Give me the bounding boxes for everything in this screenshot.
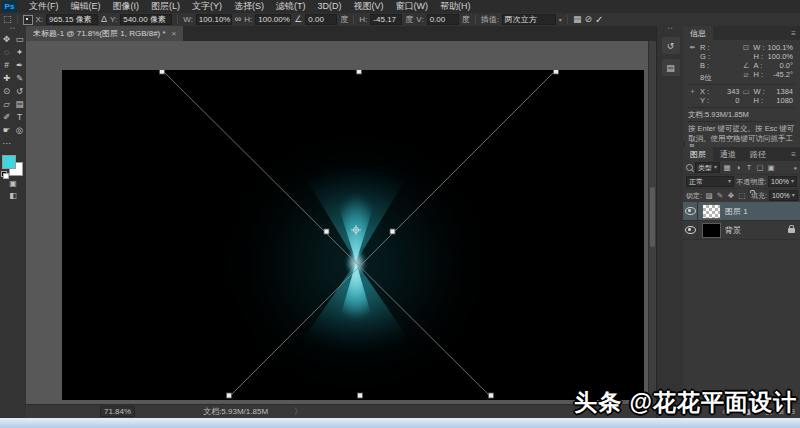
warp-mode-button[interactable]: ▦ — [573, 14, 582, 25]
tool-button-clone-stamp[interactable]: ⊙ — [0, 84, 13, 97]
tool-button-rect-marquee[interactable]: ▭ — [13, 32, 26, 45]
status-options-arrow[interactable]: 〉 — [294, 406, 302, 417]
filter-switch[interactable]: ● — [793, 165, 797, 171]
lock-icon-lock-transparency[interactable]: ▨ — [704, 191, 714, 200]
collapsed-panel-icon-properties[interactable]: ▤ — [662, 59, 680, 76]
interpolation-select[interactable]: 两次立方 — [502, 14, 556, 25]
blend-mode-select[interactable]: 正常 ▾ — [686, 176, 734, 187]
info-panel-header: 信息 ≡ — [683, 26, 800, 40]
layer-name[interactable]: 图层 1 — [725, 206, 748, 217]
menu-item-help[interactable]: 帮助(H) — [434, 0, 477, 13]
transform-handle-left-middle[interactable] — [324, 229, 329, 234]
tool-button-zoom[interactable]: ◎ — [13, 123, 26, 136]
cancel-transform-button[interactable]: ⊘ — [584, 14, 592, 25]
vskew-input[interactable]: 0.00 — [427, 14, 459, 25]
menu-item-image[interactable]: 图像(I) — [107, 0, 146, 13]
layer-thumbnail[interactable] — [702, 223, 721, 238]
vertical-scrollbar[interactable] — [648, 41, 656, 405]
tool-button-quick-selection[interactable]: ✦ — [13, 45, 26, 58]
transform-handle-bottom-right[interactable] — [489, 393, 494, 398]
lock-icon-lock-position[interactable]: ✥ — [726, 191, 736, 200]
tool-button-type[interactable]: T — [13, 110, 26, 123]
lock-row: 锁定: ▨✎✥⬚ 填充: 100% ▾ — [683, 189, 800, 203]
y-input[interactable]: 540.00 像素 — [120, 14, 172, 25]
rotate-input[interactable]: 0.00 — [305, 14, 337, 25]
dock-grip[interactable]: •• — [657, 26, 684, 32]
visibility-toggle[interactable] — [683, 221, 698, 239]
collapsed-panel-icon-history[interactable]: ↺ — [662, 37, 680, 54]
layer-row-layer-1[interactable]: 图层 1 — [683, 202, 800, 221]
tool-button-crop[interactable]: # — [0, 58, 13, 71]
transform-reference-point[interactable] — [351, 225, 361, 235]
height-input[interactable]: 100.00% — [255, 14, 291, 25]
panel-tab-layers[interactable]: 图层 — [683, 147, 713, 161]
filter-icon-shape-layers[interactable]: ▢ — [755, 163, 765, 172]
transform-handle-top-right[interactable] — [554, 70, 559, 74]
opacity-label: 不透明度: — [736, 177, 766, 187]
menu-item-edit[interactable]: 编辑(E) — [65, 0, 107, 13]
panel-tab-paths[interactable]: 路径 — [743, 147, 773, 161]
filter-type-select[interactable]: 类型 ▾ — [695, 162, 720, 173]
reference-point-locator[interactable] — [23, 15, 33, 25]
menu-item-view[interactable]: 视图(V) — [348, 0, 390, 13]
tool-button-eraser[interactable]: ▱ — [0, 97, 13, 110]
panel-menu-icon[interactable]: ≡ — [787, 26, 800, 40]
lock-icon-lock-artboard[interactable]: ⬚ — [737, 191, 747, 200]
menu-item-window[interactable]: 窗口(W) — [390, 0, 435, 13]
default-colors-icon[interactable] — [1, 171, 8, 178]
transform-handle-right-middle[interactable] — [390, 229, 395, 234]
scrollbar-thumb[interactable] — [650, 187, 655, 247]
bit-depth[interactable]: 8位 — [700, 73, 712, 82]
layer-name[interactable]: 背景 — [725, 225, 741, 236]
transform-handle-bottom-center[interactable] — [358, 393, 363, 398]
link-dimensions-icon[interactable]: ∞ — [235, 14, 241, 25]
menu-item-select[interactable]: 选择(S) — [228, 0, 270, 13]
menu-item-file[interactable]: 文件(F) — [23, 0, 65, 13]
canvas[interactable] — [62, 70, 644, 400]
opacity-select[interactable]: 100% ▾ — [768, 176, 797, 187]
close-icon[interactable]: × — [172, 29, 177, 38]
transform-handle-top-center[interactable] — [357, 70, 362, 74]
filter-icon-type-layers[interactable]: T — [744, 163, 754, 172]
interpolation-value: 两次立方 — [505, 15, 537, 24]
hskew-input[interactable]: -45.17 — [370, 14, 402, 25]
menu-item-3d[interactable]: 3D(D) — [312, 0, 348, 13]
tool-button-move[interactable]: ✥ — [0, 32, 13, 45]
screen-mode-button[interactable]: ◧ — [0, 189, 26, 201]
panel-menu-icon[interactable]: ≡ — [787, 147, 800, 161]
width-input[interactable]: 100.10% — [196, 14, 232, 25]
visibility-toggle[interactable] — [683, 202, 698, 220]
tool-button-eyedropper[interactable]: ✒ — [13, 58, 26, 71]
panel-tab-channels[interactable]: 通道 — [713, 147, 743, 161]
tool-button-brush[interactable]: ✎ — [13, 71, 26, 84]
relative-position-toggle[interactable]: Δ — [101, 14, 107, 25]
tool-button-history-brush[interactable]: ↺ — [13, 84, 26, 97]
tab-info[interactable]: 信息 — [683, 26, 713, 40]
tool-button-lasso[interactable]: ◌ — [0, 45, 13, 58]
transform-handle-bottom-left[interactable] — [227, 393, 232, 398]
filter-icon-smart-objects[interactable]: ▣ — [766, 163, 776, 172]
tool-button-healing-brush[interactable]: ✚ — [0, 71, 13, 84]
commit-transform-button[interactable]: ✓ — [595, 14, 603, 25]
dimensions-icon: ⊡ — [742, 43, 751, 52]
lock-icon-lock-pixels[interactable]: ✎ — [715, 191, 725, 200]
tool-button-pen[interactable]: ✐ — [0, 110, 13, 123]
document-tab[interactable]: 未标题-1 @ 71.8%(图层 1, RGB/8#) * × — [26, 26, 183, 41]
menu-item-layer[interactable]: 图层(L) — [145, 0, 186, 13]
filter-icon-adjustment-layers[interactable]: ◑ — [733, 163, 743, 172]
tool-button-hand[interactable]: ☛ — [0, 123, 13, 136]
transform-handle-top-left[interactable] — [160, 70, 165, 74]
layer-row-background[interactable]: 背景 — [683, 221, 800, 240]
layer-thumbnail[interactable] — [702, 204, 721, 219]
foreground-color-swatch[interactable] — [2, 155, 16, 169]
fill-select[interactable]: 100% ▾ — [769, 190, 798, 201]
menu-item-type[interactable]: 文字(Y) — [186, 0, 228, 13]
x-input[interactable]: 965.15 像素 — [46, 14, 98, 25]
tool-button-edit-toolbar[interactable]: ⋯ — [0, 136, 13, 149]
tool-button-gradient[interactable]: ▤ — [13, 97, 26, 110]
menu-item-filter[interactable]: 滤镜(T) — [270, 0, 312, 13]
hskew-label: H: — [359, 15, 367, 24]
zoom-level-field[interactable]: 71.84% — [100, 406, 135, 417]
hskew-unit: 度 — [405, 14, 413, 25]
filter-icon-pixel-layers[interactable]: ▦ — [722, 163, 732, 172]
